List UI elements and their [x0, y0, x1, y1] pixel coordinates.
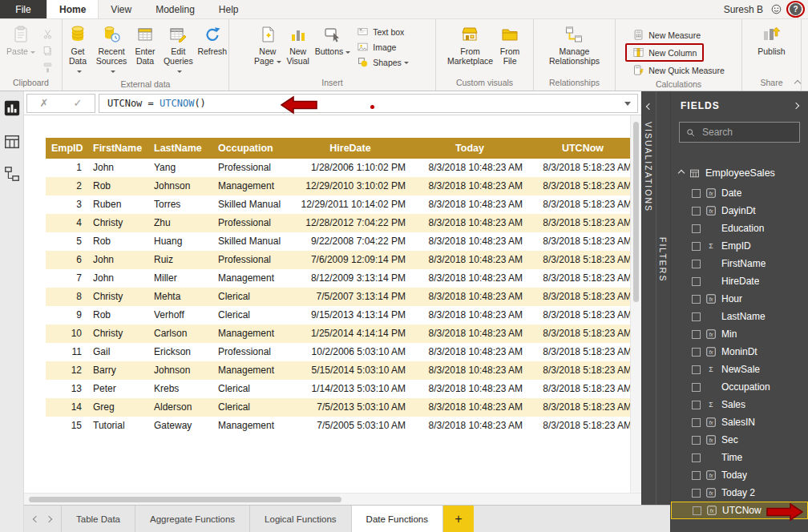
field-item-firstname[interactable]: FirstName: [671, 255, 808, 272]
commit-formula-icon[interactable]: ✓: [74, 97, 83, 109]
new-column-button[interactable]: New Column: [629, 46, 700, 59]
field-checkbox[interactable]: [692, 242, 701, 251]
field-item-education[interactable]: Education: [671, 220, 808, 237]
field-item-min[interactable]: fxMin: [671, 325, 808, 343]
field-checkbox[interactable]: [692, 330, 701, 339]
field-item-salesin[interactable]: fxSalesIN: [671, 413, 808, 431]
field-checkbox[interactable]: [692, 277, 701, 286]
field-checkbox[interactable]: [692, 312, 701, 321]
column-header[interactable]: LastName: [148, 138, 212, 159]
field-checkbox[interactable]: [692, 207, 701, 216]
ribbon-tab-view[interactable]: View: [99, 0, 143, 18]
field-item-sec[interactable]: fxSec: [671, 431, 808, 449]
page-tab-date-functions[interactable]: Date Functions: [352, 506, 443, 532]
page-tab-aggregate-functions[interactable]: Aggregate Functions: [135, 506, 250, 532]
image-button[interactable]: Image: [354, 40, 399, 54]
field-checkbox[interactable]: [692, 260, 701, 268]
ribbon-tab-home[interactable]: Home: [46, 0, 99, 18]
field-checkbox[interactable]: [692, 295, 701, 304]
cut-button[interactable]: [38, 27, 57, 41]
new-measure-button[interactable]: New Measure: [629, 28, 704, 42]
formula-expand-icon[interactable]: [624, 102, 631, 106]
field-item-monindt[interactable]: fxMoninDt: [671, 343, 808, 361]
text-box-button[interactable]: Text box: [354, 25, 407, 38]
vertical-scrollbar-thumb[interactable]: [633, 122, 639, 302]
new-quick-measure-button[interactable]: New Quick Measure: [629, 63, 728, 77]
field-checkbox[interactable]: [692, 436, 701, 445]
field-item-hiredate[interactable]: HireDate: [671, 272, 808, 290]
page-tab-table-data[interactable]: Table Data: [61, 506, 135, 532]
from-file-button[interactable]: FromFile: [496, 23, 523, 67]
column-header[interactable]: Occupation: [212, 138, 289, 159]
field-item-hour[interactable]: fxHour: [671, 290, 808, 308]
shapes-button[interactable]: Shapes: [354, 55, 412, 69]
column-header[interactable]: HireDate: [289, 138, 411, 159]
field-item-date[interactable]: fxDate: [671, 184, 808, 202]
help-icon[interactable]: ?: [790, 3, 802, 15]
filters-pane-tab[interactable]: FILTERS: [658, 237, 668, 282]
copy-button[interactable]: [38, 44, 57, 58]
field-checkbox[interactable]: [692, 453, 701, 462]
next-page-icon[interactable]: [46, 515, 52, 522]
field-item-today[interactable]: fxToday: [671, 466, 808, 484]
field-checkbox[interactable]: [693, 506, 701, 515]
new-page-button[interactable]: NewPage: [252, 23, 283, 67]
field-item-empid[interactable]: ΣEmpID: [671, 237, 808, 255]
new-visual-button[interactable]: NewVisual: [285, 23, 312, 67]
table-visual[interactable]: EmpIDFirstNameLastNameOccupationHireDate…: [46, 138, 637, 435]
data-view-icon[interactable]: [3, 133, 21, 151]
field-checkbox[interactable]: [692, 418, 701, 427]
horizontal-scrollbar-thumb[interactable]: [29, 497, 341, 502]
field-checkbox[interactable]: [692, 489, 701, 498]
refresh-button[interactable]: Refresh: [198, 23, 228, 58]
format-painter-button[interactable]: [38, 61, 57, 75]
report-view-icon[interactable]: [3, 99, 21, 117]
field-checkbox[interactable]: [692, 348, 701, 357]
vertical-scrollbar[interactable]: [630, 115, 641, 493]
publish-button[interactable]: Publish: [756, 23, 786, 58]
edit-queries-button[interactable]: EditQueries: [160, 23, 196, 77]
horizontal-scrollbar[interactable]: [24, 493, 641, 505]
buttons-button[interactable]: Buttons: [313, 23, 353, 58]
field-item-occupation[interactable]: Occupation: [671, 378, 808, 396]
field-checkbox[interactable]: [692, 224, 701, 233]
column-header[interactable]: FirstName: [87, 138, 148, 159]
ribbon-tab-modeling[interactable]: Modeling: [143, 0, 207, 18]
field-item-lastname[interactable]: LastName: [671, 308, 808, 325]
field-checkbox[interactable]: [692, 189, 701, 198]
column-header[interactable]: UTCNow: [528, 138, 637, 159]
field-checkbox[interactable]: [692, 471, 701, 480]
manage-relationships-button[interactable]: ManageRelationships: [547, 23, 601, 67]
add-page-button[interactable]: +: [443, 506, 474, 532]
model-view-icon[interactable]: [3, 165, 21, 183]
column-header[interactable]: EmpID: [46, 138, 87, 159]
file-menu-button[interactable]: File: [0, 0, 46, 18]
column-header[interactable]: Today: [411, 138, 528, 159]
collapse-table-icon[interactable]: [678, 170, 685, 176]
enter-data-button[interactable]: EnterData: [131, 23, 159, 67]
field-checkbox[interactable]: [692, 383, 701, 392]
visualizations-pane-tab[interactable]: VISUALIZATIONS: [644, 122, 653, 212]
field-item-today-2[interactable]: fxToday 2: [671, 484, 808, 502]
field-checkbox[interactable]: [692, 401, 701, 409]
collapse-fields-icon[interactable]: [793, 103, 799, 109]
field-checkbox[interactable]: [692, 365, 701, 374]
ribbon-tab-help[interactable]: Help: [207, 0, 251, 18]
fields-table-employeesales[interactable]: EmployeeSales: [671, 163, 808, 183]
recent-sources-button[interactable]: RecentSources: [93, 23, 130, 77]
field-item-sales[interactable]: ΣSales: [671, 396, 808, 413]
cancel-formula-icon[interactable]: ✗: [40, 97, 49, 109]
page-tab-logical-functions[interactable]: Logical Functions: [250, 506, 352, 532]
prev-page-icon[interactable]: [33, 515, 39, 522]
paste-button[interactable]: Paste: [5, 23, 37, 58]
field-item-time[interactable]: Time: [671, 449, 808, 466]
feedback-smiley-icon[interactable]: [770, 3, 782, 15]
report-canvas[interactable]: EmpIDFirstNameLastNameOccupationHireDate…: [24, 115, 641, 493]
from-marketplace-button[interactable]: FromMarketplace: [446, 23, 495, 67]
calculated-column-icon: fx: [705, 417, 717, 428]
search-input[interactable]: [701, 126, 794, 139]
field-item-newsale[interactable]: ΣNewSale: [671, 361, 808, 378]
formula-input[interactable]: UTCNow = UTCNOW(): [99, 94, 638, 113]
field-item-dayindt[interactable]: fxDayinDt: [671, 202, 808, 220]
get-data-button[interactable]: GetData: [64, 23, 91, 77]
